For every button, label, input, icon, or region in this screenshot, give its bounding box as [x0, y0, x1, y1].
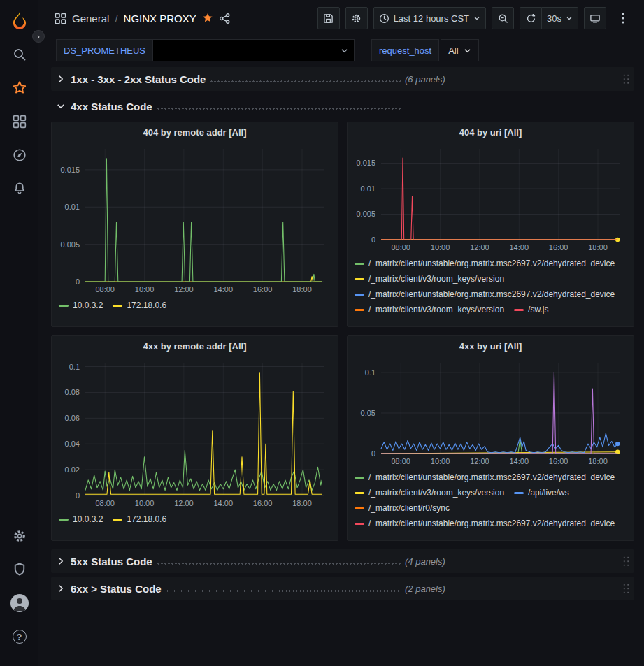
legend-item[interactable]: 172.18.0.6: [113, 298, 166, 312]
refresh-interval-dropdown[interactable]: 30s: [542, 7, 578, 29]
chevron-down-icon: [473, 15, 480, 22]
save-dashboard-button[interactable]: [317, 7, 340, 29]
row-drag-handle[interactable]: [622, 556, 630, 567]
refresh-interval-label: 30s: [547, 13, 561, 24]
settings-gear-icon[interactable]: [6, 522, 34, 550]
toolbar: Last 12 hours CST 30s: [317, 7, 634, 29]
svg-text:10:00: 10:00: [135, 499, 155, 507]
zoom-out-icon: [498, 13, 508, 24]
svg-text:16:00: 16:00: [253, 285, 273, 294]
refresh-icon: [526, 13, 536, 24]
panel-title[interactable]: 4xx by remote addr [All]: [52, 336, 338, 356]
row-drag-handle[interactable]: [622, 583, 630, 595]
dotted-leader: [166, 583, 401, 593]
svg-text:16:00: 16:00: [253, 499, 273, 507]
legend-series-color: [59, 519, 69, 521]
svg-text:14:00: 14:00: [510, 457, 529, 465]
svg-text:0.015: 0.015: [356, 159, 375, 167]
legend-series-color: [514, 492, 524, 494]
gear-icon: [351, 13, 362, 24]
row-title: 4xx Status Code: [71, 101, 152, 113]
panel-title[interactable]: 404 by remote addr [All]: [52, 122, 338, 142]
legend-item[interactable]: /api/live/ws: [514, 486, 569, 500]
save-icon: [323, 13, 334, 24]
legend-item[interactable]: /_matrix/client/v3/room_keys/version: [355, 272, 504, 286]
legend-series-label: /_matrix/client/unstable/org.matrix.msc2…: [368, 287, 615, 301]
legend-item[interactable]: /_matrix/client/unstable/org.matrix.msc2…: [355, 287, 615, 301]
share-icon[interactable]: [219, 13, 231, 24]
dotted-leader: [157, 101, 401, 110]
request-host-variable-label[interactable]: request_host: [371, 39, 439, 61]
legend-series-label: /_matrix/client/v3/room_keys/version: [368, 272, 504, 286]
breadcrumb-divider: /: [115, 13, 117, 24]
legend-item[interactable]: /_matrix/client/unstable/org.matrix.msc2…: [355, 256, 615, 270]
time-range-label: Last 12 hours CST: [394, 13, 469, 24]
legend-item[interactable]: /_matrix/client/unstable/org.matrix.msc2…: [355, 516, 615, 530]
chart-404-by-uri[interactable]: 00.0050.010.01508:0010:0012:0014:0016:00…: [350, 142, 631, 254]
dashboard-title[interactable]: NGINX PROXY: [124, 13, 196, 24]
favorite-star-icon[interactable]: [202, 13, 213, 24]
time-range-picker[interactable]: Last 12 hours CST: [373, 7, 486, 29]
svg-text:0: 0: [371, 236, 375, 244]
legend-series-color: [355, 492, 364, 494]
kebab-menu-button[interactable]: [612, 7, 634, 29]
kebab-icon: [622, 13, 624, 24]
clock-icon: [379, 13, 389, 24]
svg-text:14:00: 14:00: [214, 285, 234, 294]
legend-item[interactable]: /_matrix/client/v3/room_keys/version: [355, 303, 504, 317]
legend-item[interactable]: 172.18.0.6: [113, 512, 166, 526]
chevron-down-icon: [341, 47, 348, 55]
explore-compass-icon[interactable]: [6, 141, 34, 169]
profile-avatar[interactable]: [6, 589, 34, 617]
chart-404-by-remote-addr[interactable]: 00.0050.010.01508:0010:0012:0014:0016:00…: [55, 142, 335, 296]
legend-series-color: [514, 309, 524, 311]
svg-text:10:00: 10:00: [431, 457, 450, 465]
legend-series-color: [113, 305, 122, 307]
legend-series-color: [113, 519, 122, 521]
legend-series-label: 172.18.0.6: [127, 298, 166, 312]
row-drag-handle[interactable]: [622, 73, 630, 85]
legend-item[interactable]: /_matrix/client/r0/sync: [355, 501, 450, 515]
server-admin-shield-icon[interactable]: [6, 556, 34, 584]
legend-item[interactable]: /_matrix/client/unstable/org.matrix.msc2…: [355, 470, 615, 484]
row-title: 6xx > Status Code: [71, 583, 162, 595]
row-1xx-3xx-2xx[interactable]: 1xx - 3xx - 2xx Status Code (6 panels): [51, 67, 634, 91]
refresh-button[interactable]: [520, 7, 542, 29]
chart-4xx-by-uri[interactable]: 00.050.108:0010:0012:0014:0016:0018:00: [350, 356, 631, 468]
legend-item[interactable]: /sw.js: [514, 303, 548, 317]
svg-text:08:00: 08:00: [391, 457, 410, 465]
dashboards-icon[interactable]: [6, 108, 34, 136]
panel-4xx-by-remote-addr: 4xx by remote addr [All] 00.020.040.060.…: [51, 335, 338, 541]
row-4xx[interactable]: 4xx Status Code: [51, 94, 634, 118]
breadcrumb-section[interactable]: General: [72, 13, 109, 24]
legend-item[interactable]: 10.0.3.2: [59, 512, 103, 526]
svg-text:0.005: 0.005: [356, 210, 375, 218]
svg-text:14:00: 14:00: [510, 243, 529, 252]
sidebar: ?: [0, 0, 38, 666]
datasource-variable-label[interactable]: DS_PROMETHEUS: [56, 39, 153, 61]
dotted-leader: [157, 556, 401, 565]
grafana-logo[interactable]: [6, 7, 34, 35]
starred-icon[interactable]: [6, 74, 34, 102]
chart-4xx-by-remote-addr[interactable]: 00.020.040.060.080.108:0010:0012:0014:00…: [55, 356, 335, 509]
alerting-bell-icon[interactable]: [6, 175, 34, 203]
panel-title[interactable]: 4xx by uri [All]: [348, 336, 634, 356]
dashboard-settings-button[interactable]: [345, 7, 368, 29]
request-host-variable-value[interactable]: All: [441, 39, 478, 61]
row-6xx[interactable]: 6xx > Status Code (2 panels): [51, 577, 634, 600]
tv-mode-button[interactable]: [584, 7, 606, 29]
legend-item[interactable]: /_matrix/client/v3/room_keys/version: [355, 486, 504, 500]
datasource-variable-value[interactable]: [153, 39, 355, 61]
svg-text:08:00: 08:00: [95, 285, 115, 294]
row-title: 5xx Status Code: [71, 556, 152, 567]
panel-title[interactable]: 404 by uri [All]: [348, 122, 634, 142]
help-icon[interactable]: ?: [6, 623, 34, 651]
search-icon[interactable]: [6, 41, 34, 68]
zoom-out-button[interactable]: [492, 7, 514, 29]
legend-item[interactable]: 10.0.3.2: [59, 298, 103, 312]
sidebar-expand-button[interactable]: ›: [32, 30, 45, 43]
row-5xx[interactable]: 5xx Status Code (4 panels): [51, 549, 634, 573]
chart-legend: /_matrix/client/unstable/org.matrix.msc2…: [350, 254, 631, 325]
svg-text:0.01: 0.01: [361, 184, 375, 193]
svg-text:18:00: 18:00: [588, 243, 608, 252]
